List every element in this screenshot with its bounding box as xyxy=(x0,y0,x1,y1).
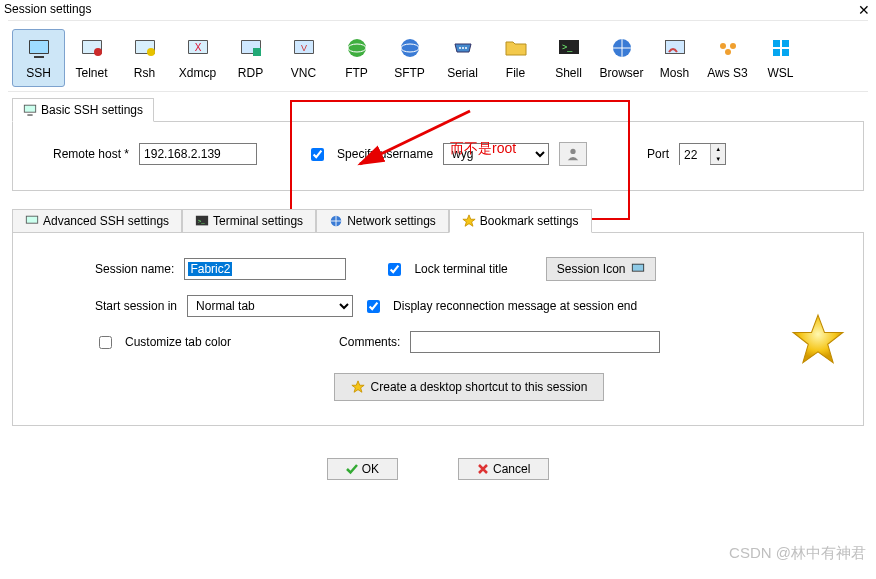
svg-point-22 xyxy=(459,47,461,49)
svg-text:V: V xyxy=(300,43,306,53)
svg-text:>_: >_ xyxy=(198,217,206,224)
start-session-label: Start session in xyxy=(95,299,177,313)
aws-icon xyxy=(716,36,740,60)
file-icon xyxy=(504,36,528,60)
svg-text:>_: >_ xyxy=(562,42,573,52)
svg-point-5 xyxy=(94,48,102,56)
session-type-file[interactable]: File xyxy=(489,29,542,87)
svg-rect-1 xyxy=(30,41,48,53)
sftp-icon xyxy=(398,36,422,60)
session-type-wsl[interactable]: WSL xyxy=(754,29,807,87)
basic-ssh-tab[interactable]: Basic SSH settings xyxy=(12,98,154,122)
display-reconn-label: Display reconnection message at session … xyxy=(393,299,637,313)
check-icon xyxy=(346,463,358,475)
monitor-icon xyxy=(23,103,37,117)
rsh-icon xyxy=(133,36,157,60)
session-type-serial[interactable]: Serial xyxy=(436,29,489,87)
session-type-shell[interactable]: >_ Shell xyxy=(542,29,595,87)
svg-point-24 xyxy=(465,47,467,49)
port-input[interactable] xyxy=(680,144,710,166)
port-up[interactable]: ▲ xyxy=(711,144,725,154)
svg-rect-33 xyxy=(773,40,780,47)
svg-rect-39 xyxy=(27,114,32,115)
session-type-ftp[interactable]: FTP xyxy=(330,29,383,87)
svg-point-32 xyxy=(725,49,731,55)
telnet-icon xyxy=(80,36,104,60)
user-icon xyxy=(566,147,580,161)
star-icon xyxy=(462,214,476,228)
svg-point-8 xyxy=(147,48,155,56)
port-spinner[interactable]: ▲▼ xyxy=(679,143,726,165)
shell-icon: >_ xyxy=(557,36,581,60)
lock-title-checkbox[interactable] xyxy=(388,263,401,276)
session-name-label: Session name: xyxy=(95,262,174,276)
tab-terminal[interactable]: >_ Terminal settings xyxy=(182,209,316,233)
remote-host-input[interactable] xyxy=(139,143,257,165)
session-name-input[interactable]: Fabric2 xyxy=(184,258,346,280)
svg-point-20 xyxy=(401,39,419,57)
svg-rect-48 xyxy=(633,265,644,271)
svg-rect-38 xyxy=(25,106,36,112)
session-type-sftp[interactable]: SFTP xyxy=(383,29,436,87)
svg-point-18 xyxy=(348,39,366,57)
port-down[interactable]: ▼ xyxy=(711,154,725,164)
username-browse-button[interactable] xyxy=(559,142,587,166)
port-label: Port xyxy=(647,147,669,161)
star-icon xyxy=(351,380,365,394)
session-type-xdmcp[interactable]: X Xdmcp xyxy=(171,29,224,87)
svg-rect-36 xyxy=(782,49,789,56)
rdp-icon xyxy=(239,36,263,60)
svg-rect-35 xyxy=(773,49,780,56)
svg-point-30 xyxy=(720,43,726,49)
session-type-ssh[interactable]: SSH xyxy=(12,29,65,87)
tab-advanced-ssh[interactable]: Advanced SSH settings xyxy=(12,209,182,233)
cancel-button[interactable]: Cancel xyxy=(458,458,549,480)
svg-rect-34 xyxy=(782,40,789,47)
session-icon-button[interactable]: Session Icon xyxy=(546,257,657,281)
svg-rect-2 xyxy=(34,56,44,58)
svg-point-40 xyxy=(570,149,575,154)
tab-network[interactable]: Network settings xyxy=(316,209,449,233)
comments-input[interactable] xyxy=(410,331,660,353)
cross-icon xyxy=(477,463,489,475)
browser-icon xyxy=(610,36,634,60)
mosh-icon xyxy=(663,36,687,60)
ssh-icon xyxy=(27,36,51,60)
terminal-icon: >_ xyxy=(195,214,209,228)
specify-username-checkbox[interactable] xyxy=(311,148,324,161)
session-type-label: SSH xyxy=(26,66,51,80)
comments-label: Comments: xyxy=(339,335,400,349)
remote-host-label: Remote host * xyxy=(53,147,129,161)
ok-button[interactable]: OK xyxy=(327,458,398,480)
serial-icon xyxy=(451,36,475,60)
session-type-awss3[interactable]: Aws S3 xyxy=(701,29,754,87)
watermark: CSDN @林中有神君 xyxy=(729,544,866,563)
session-type-rsh[interactable]: Rsh xyxy=(118,29,171,87)
monitor-icon xyxy=(25,214,39,228)
session-type-browser[interactable]: Browser xyxy=(595,29,648,87)
specify-username-label: Specify username xyxy=(337,147,433,161)
svg-point-23 xyxy=(462,47,464,49)
window-title: Session settings xyxy=(4,2,91,18)
svg-rect-14 xyxy=(253,48,261,56)
session-type-vnc[interactable]: V VNC xyxy=(277,29,330,87)
close-icon[interactable]: ✕ xyxy=(858,2,870,18)
lock-title-label: Lock terminal title xyxy=(414,262,507,276)
globe-icon xyxy=(329,214,343,228)
xdmcp-icon: X xyxy=(186,36,210,60)
ftp-icon xyxy=(345,36,369,60)
tab-bookmark[interactable]: Bookmark settings xyxy=(449,209,592,233)
session-type-mosh[interactable]: Mosh xyxy=(648,29,701,87)
svg-point-31 xyxy=(730,43,736,49)
session-type-rdp[interactable]: RDP xyxy=(224,29,277,87)
customize-tab-label: Customize tab color xyxy=(125,335,231,349)
customize-tab-checkbox[interactable] xyxy=(99,336,112,349)
basic-ssh-panel: Remote host * Specify username wyg Port … xyxy=(12,121,864,191)
create-shortcut-button[interactable]: Create a desktop shortcut to this sessio… xyxy=(334,373,605,401)
bookmark-panel: Session name: Fabric2 Lock terminal titl… xyxy=(12,232,864,426)
wsl-icon xyxy=(769,36,793,60)
monitor-icon xyxy=(631,262,645,276)
display-reconn-checkbox[interactable] xyxy=(367,300,380,313)
session-type-telnet[interactable]: Telnet xyxy=(65,29,118,87)
start-session-select[interactable]: Normal tab xyxy=(187,295,353,317)
